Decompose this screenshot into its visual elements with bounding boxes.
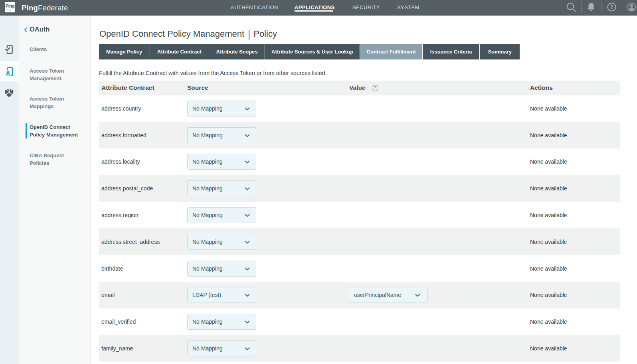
svg-text:?: ?	[374, 85, 376, 90]
svg-text:?: ?	[610, 4, 613, 10]
